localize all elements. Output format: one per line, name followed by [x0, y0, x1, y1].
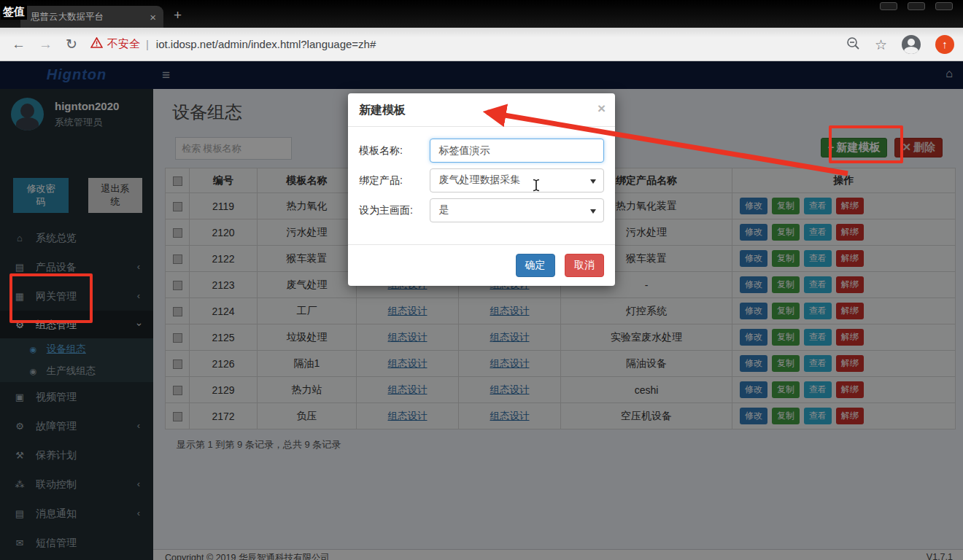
new-tab-button[interactable]: +	[174, 7, 182, 23]
browser-update-icon[interactable]: ↑	[935, 35, 954, 54]
template-name-input[interactable]	[430, 139, 604, 163]
main-screen-select[interactable]: 是	[430, 198, 604, 222]
close-window-icon[interactable]	[935, 2, 953, 10]
tab-title: 思普云大数据平台	[31, 11, 148, 23]
caret-down-icon	[590, 209, 596, 214]
bookmark-star-icon[interactable]: ☆	[875, 36, 887, 53]
zoom-out-icon[interactable]	[846, 36, 860, 53]
template-name-label: 模板名称:	[359, 144, 424, 158]
caret-down-icon	[590, 179, 596, 184]
security-label[interactable]: 不安全	[107, 37, 140, 51]
url-text[interactable]: iot.idosp.net/admin/index.html?language=…	[156, 38, 376, 50]
modal-title: 新建模板	[359, 104, 406, 116]
minimize-icon[interactable]	[880, 2, 897, 10]
security-warning-icon[interactable]	[90, 37, 103, 51]
tab-close-icon[interactable]: ×	[148, 12, 158, 23]
confirm-button[interactable]: 确定	[516, 254, 555, 277]
profile-icon[interactable]	[902, 35, 921, 54]
new-template-modal: 新建模板 × 模板名称: 绑定产品: 废气处理数据采集 设为主画面: 是	[348, 93, 615, 286]
tab-strip: 思普云大数据平台 × +	[0, 0, 963, 28]
back-icon[interactable]: ←	[12, 37, 26, 51]
forward-icon[interactable]: →	[39, 37, 53, 51]
url-separator: |	[146, 38, 149, 50]
main-screen-label: 设为主画面:	[359, 204, 424, 217]
maximize-icon[interactable]	[908, 2, 925, 10]
bind-product-select[interactable]: 废气处理数据采集	[430, 168, 604, 192]
recording-overlay-badge: 签值	[1, 4, 27, 20]
window-controls	[880, 2, 953, 10]
screen: 思普云大数据平台 × + ← → ↻ 不安全 | iot.idosp.net/a…	[0, 0, 963, 560]
browser-chrome: 思普云大数据平台 × + ← → ↻ 不安全 | iot.idosp.net/a…	[0, 0, 963, 61]
address-bar-right: ☆ ↑	[846, 28, 954, 61]
cancel-button[interactable]: 取消	[565, 254, 604, 277]
modal-close-icon[interactable]: ×	[597, 101, 606, 117]
address-bar: ← → ↻ 不安全 | iot.idosp.net/admin/index.ht…	[0, 28, 963, 61]
refresh-icon[interactable]: ↻	[66, 37, 77, 51]
browser-tab[interactable]: 思普云大数据平台 ×	[20, 6, 163, 28]
bind-product-label: 绑定产品:	[359, 174, 424, 187]
